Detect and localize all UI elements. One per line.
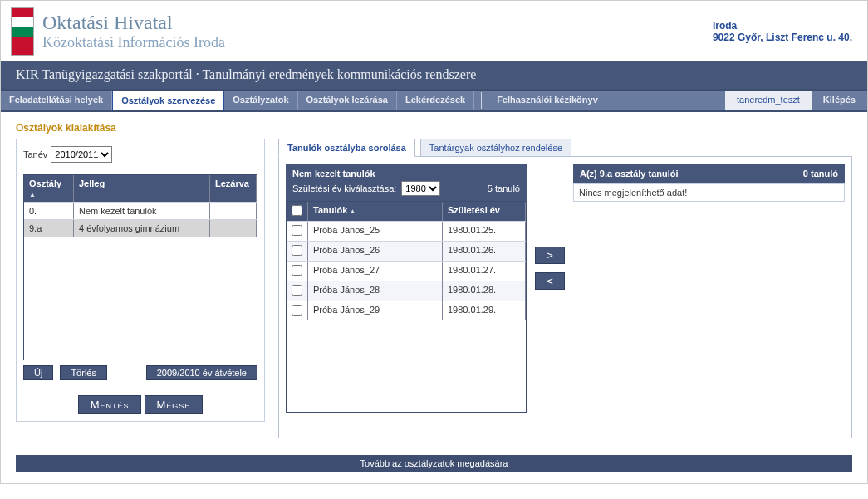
select-all-checkbox[interactable]: [292, 205, 302, 216]
table-row[interactable]: 0. Nem kezelt tanulók: [24, 202, 257, 219]
main-nav: Feladatellátási helyek Osztályok szervez…: [1, 89, 867, 112]
current-user[interactable]: taneredm_teszt: [725, 91, 812, 110]
move-right-button[interactable]: >: [535, 247, 565, 264]
birth-year-label: Születési év kiválasztása:: [292, 183, 396, 193]
col-jelleg[interactable]: Jelleg: [74, 175, 210, 202]
year-label: Tanév: [23, 149, 47, 159]
app-subtitle: Közoktatási Információs Iroda: [42, 34, 225, 51]
class-members-count: 0 tanuló: [803, 169, 838, 179]
breadcrumb: KIR Tanügyigazgatási szakportál · Tanulm…: [1, 61, 867, 89]
office-address: 9022 Győr, Liszt Ferenc u. 40.: [713, 32, 852, 43]
crest-icon: [11, 7, 34, 56]
app-title: Oktatási Hivatal: [42, 12, 225, 34]
row-checkbox[interactable]: [292, 245, 302, 256]
col-select-all[interactable]: [287, 202, 308, 221]
row-checkbox[interactable]: [292, 265, 302, 276]
classes-panel: Tanév 2010/2011 Osztály Jelleg Lezárva 0…: [16, 139, 265, 422]
office-block: Iroda 9022 Győr, Liszt Ferenc u. 40.: [713, 20, 852, 43]
row-checkbox[interactable]: [292, 225, 302, 236]
row-checkbox[interactable]: [292, 285, 302, 296]
assignment-panel: Tanulók osztályba sorolása Tantárgyak os…: [278, 139, 852, 438]
table-row[interactable]: 9.a 4 évfolyamos gimnázium: [24, 219, 257, 237]
table-row[interactable]: Próba János_27 1980.01.27.: [287, 261, 526, 281]
office-name: Iroda: [713, 20, 852, 32]
table-row[interactable]: Próba János_28 1980.01.28.: [287, 281, 526, 301]
tab-students[interactable]: Tanulók osztályba sorolása: [278, 139, 415, 157]
delete-class-button[interactable]: Törlés: [60, 365, 107, 380]
new-class-button[interactable]: Új: [23, 365, 53, 380]
col-osztaly[interactable]: Osztály: [24, 175, 74, 202]
mover-buttons: > <: [535, 164, 565, 290]
table-row[interactable]: Próba János_25 1980.01.25.: [287, 221, 526, 241]
class-members-panel: A(z) 9.a osztály tanulói 0 tanuló Nincs …: [573, 164, 845, 202]
class-members-title: A(z) 9.a osztály tanulói: [580, 169, 679, 179]
year-select[interactable]: 2010/2011: [51, 146, 112, 163]
col-students[interactable]: Tanulók: [308, 202, 443, 221]
birth-year-select[interactable]: 1980: [401, 181, 440, 196]
section-title: Osztályok kialakítása: [16, 122, 852, 134]
nav-lekerdezesek[interactable]: Lekérdezések: [397, 91, 474, 110]
classes-grid: Osztály Jelleg Lezárva 0. Nem kezelt tan…: [23, 174, 257, 360]
nav-osztalyok-szervezese[interactable]: Osztályok szervezése: [112, 91, 224, 110]
row-checkbox[interactable]: [292, 305, 302, 316]
col-lezarva[interactable]: Lezárva: [210, 175, 257, 202]
col-dob[interactable]: Születési év: [443, 202, 526, 221]
cancel-button[interactable]: Mégse: [145, 395, 204, 414]
nav-feladat[interactable]: Feladatellátási helyek: [1, 91, 112, 110]
nav-kezikonyv[interactable]: Felhasználói kézikönyv: [488, 91, 606, 110]
unassigned-count: 5 tanuló: [488, 183, 520, 193]
save-button[interactable]: Mentés: [78, 395, 142, 414]
move-left-button[interactable]: <: [535, 272, 565, 290]
unassigned-students-panel: Nem kezelt tanulók Születési év kiválasz…: [286, 164, 527, 413]
logout-button[interactable]: Kilépés: [812, 91, 867, 110]
table-row[interactable]: Próba János_29 1980.01.29.: [287, 301, 526, 320]
nav-osztalyzatok[interactable]: Osztályzatok: [224, 91, 297, 110]
proceed-button[interactable]: Tovább az osztályzatok megadására: [16, 455, 852, 472]
import-prev-year-button[interactable]: 2009/2010 év átvétele: [146, 365, 257, 380]
nav-osztalyok-lezarasa[interactable]: Osztályok lezárása: [298, 91, 397, 110]
unassigned-title: Nem kezelt tanulók: [292, 169, 375, 179]
table-row[interactable]: Próba János_26 1980.01.26.: [287, 241, 526, 261]
tab-subjects[interactable]: Tantárgyak osztályhoz rendelése: [420, 139, 571, 157]
header: Oktatási Hivatal Közoktatási Információs…: [1, 1, 867, 61]
empty-message: Nincs megjeleníthető adat!: [573, 183, 845, 202]
